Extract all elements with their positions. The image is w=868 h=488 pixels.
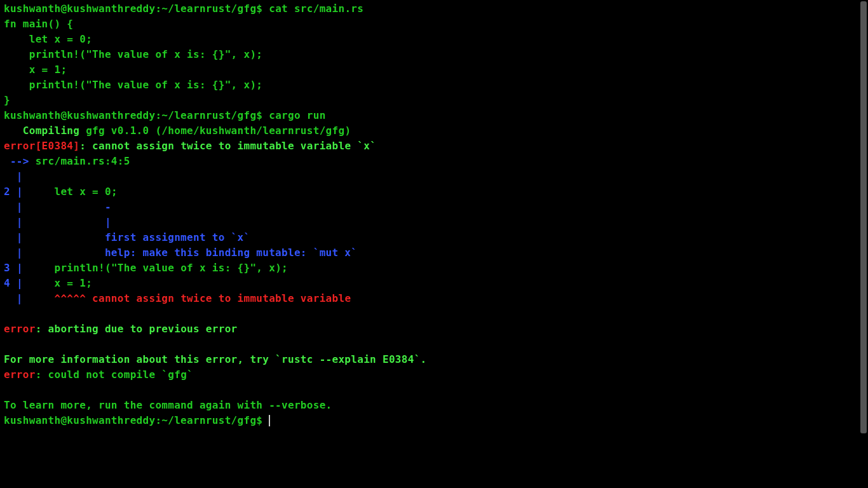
command: cat src/main.rs [269, 3, 363, 15]
error-message: : aborting due to previous error [36, 323, 238, 335]
code-line: let x = 0; [29, 186, 118, 198]
prompt-user: kushwanth@kushwanthreddy [4, 109, 155, 121]
error-code: E0384 [42, 140, 74, 152]
source-line: } [4, 94, 10, 106]
source-line: println!("The value of x is: {}", x); [4, 79, 262, 91]
line-number: 4 [4, 277, 17, 289]
gutter-bar: | [17, 277, 29, 289]
gutter-bar: | [4, 216, 29, 228]
prompt-dollar: $ [256, 109, 269, 121]
line-number: 3 [4, 262, 17, 274]
vertical-scrollbar[interactable] [859, 0, 868, 488]
error-label: error [4, 369, 36, 381]
gutter-bar: | [4, 247, 29, 259]
learn-more: To learn more, run the command again wit… [4, 399, 332, 411]
source-line: x = 1; [4, 64, 67, 76]
scrollbar-thumb[interactable] [860, 1, 867, 433]
compiling-label: Compiling [4, 125, 79, 137]
source-line: println!("The value of x is: {}", x); [4, 48, 262, 60]
code-line: println!("The value of x is: {}", x); [29, 262, 288, 274]
gutter-bar: | [4, 201, 29, 213]
prompt-dollar: $ [256, 3, 269, 15]
source-line: let x = 0; [4, 33, 92, 45]
marker-dash: - [29, 201, 111, 213]
error-bracket: ] [73, 140, 79, 152]
error-message: : could not compile `gfg` [36, 369, 193, 381]
command: cargo run [269, 109, 325, 121]
prompt-path: :~/learnrust/gfg [155, 414, 256, 426]
error-label: error [4, 140, 36, 152]
prompt-user: kushwanth@kushwanthreddy [4, 3, 155, 15]
prompt-user: kushwanth@kushwanthreddy [4, 414, 155, 426]
code-line: x = 1; [29, 277, 92, 289]
terminal-output[interactable]: kushwanth@kushwanthreddy:~/learnrust/gfg… [0, 0, 859, 488]
cursor[interactable] [269, 415, 270, 426]
note-help: help: make this binding mutable: `mut x` [29, 247, 358, 259]
gutter-bar: | [4, 231, 29, 243]
caret-message: cannot assign twice to immutable variabl… [86, 292, 351, 304]
caret-marker: ^^^^^ [54, 292, 86, 304]
more-info: For more information about this error, t… [4, 353, 427, 365]
error-message: : cannot assign twice to immutable varia… [79, 140, 376, 152]
location-file: src/main.rs:4:5 [36, 155, 130, 167]
source-line: fn main() { [4, 18, 73, 30]
prompt-path: :~/learnrust/gfg [155, 3, 256, 15]
note-first-assignment: first assignment to `x` [29, 231, 250, 243]
gutter-bar: | [4, 170, 29, 182]
line-number: 2 [4, 186, 17, 198]
prompt-path: :~/learnrust/gfg [155, 109, 256, 121]
compiling-target: gfg v0.1.0 (/home/kushwanth/learnrust/gf… [79, 125, 351, 137]
gutter-bar: | [17, 186, 29, 198]
gutter-bar: | [17, 262, 29, 274]
gutter-bar: | [4, 292, 29, 304]
error-bracket: [ [36, 140, 42, 152]
marker-pipe: | [29, 216, 111, 228]
prompt-dollar: $ [256, 414, 269, 426]
caret-pad [29, 292, 55, 304]
error-label: error [4, 323, 36, 335]
location-arrow: --> [4, 155, 36, 167]
